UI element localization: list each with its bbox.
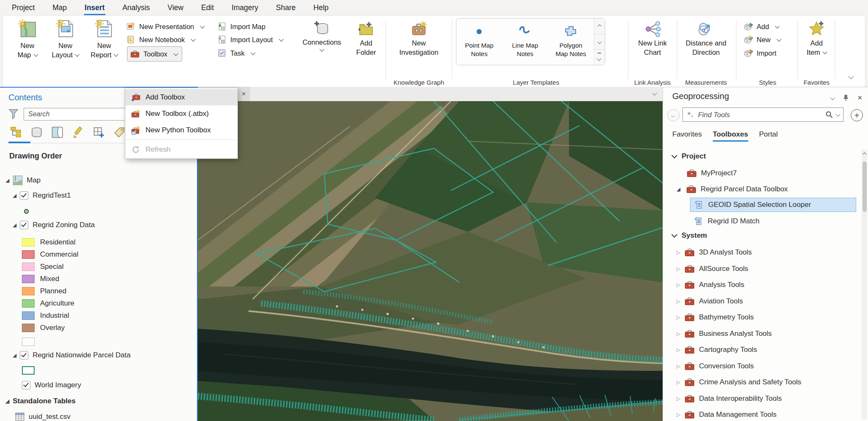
tree-item-system-toolbox[interactable]: ▷ Bathymetry Tools: [677, 309, 801, 326]
connections-button[interactable]: Connections: [301, 16, 343, 87]
menu-item-refresh[interactable]: Refresh: [125, 141, 237, 158]
menu-analysis[interactable]: Analysis: [121, 2, 151, 14]
scrollbar-thumb[interactable]: [863, 161, 867, 212]
legend-swatch[interactable]: [22, 311, 35, 320]
collapsed-triangle-icon[interactable]: ▷: [677, 249, 680, 255]
tree-item-system-toolbox[interactable]: ▷ Data Interoperability Tools: [677, 391, 801, 407]
tab-list-by-editing[interactable]: [71, 126, 85, 139]
point-map-notes-button[interactable]: Point MapNotes: [456, 19, 502, 65]
legend-swatch[interactable]: [22, 299, 35, 308]
add-folder-button[interactable]: Add Folder: [350, 16, 383, 87]
import-map-button[interactable]: Import Map: [217, 20, 265, 33]
standalone-table-item[interactable]: uuid_test.csv: [15, 412, 70, 421]
new-report-button[interactable]: New Report: [86, 19, 122, 59]
layer-checkbox[interactable]: [20, 191, 28, 200]
new-notebook-button[interactable]: L New Notebook: [126, 33, 195, 46]
filter-icon[interactable]: [8, 109, 19, 120]
add-tool-button[interactable]: +: [851, 109, 863, 121]
import-layout-button[interactable]: Import Layout: [217, 33, 283, 46]
tree-section-system[interactable]: System: [672, 228, 707, 243]
legend-swatch[interactable]: [22, 338, 35, 346]
styles-new-button[interactable]: New: [744, 33, 781, 46]
search-icon[interactable]: [825, 111, 833, 118]
tree-item-system-toolbox[interactable]: ▷ Business Analyst Tools: [677, 326, 801, 342]
menu-insert[interactable]: Insert: [84, 2, 106, 14]
legend-swatch[interactable]: [22, 275, 35, 283]
scrollbar[interactable]: [862, 150, 867, 419]
expand-triangle-icon[interactable]: ◢: [677, 186, 680, 192]
menu-imagery[interactable]: Imagery: [231, 2, 259, 14]
tree-item-system-toolbox[interactable]: ▷ Data Management Tools: [677, 407, 801, 421]
tree-item-system-toolbox[interactable]: ▷ 3D Analyst Tools: [677, 244, 801, 261]
expand-triangle-icon[interactable]: ◢: [13, 222, 16, 228]
layer-map[interactable]: ◢ Map: [5, 175, 40, 185]
menu-help[interactable]: Help: [313, 2, 329, 14]
close-icon[interactable]: ×: [857, 93, 862, 102]
tab-new-layer[interactable]: [92, 126, 105, 139]
parcel-outline-swatch[interactable]: [22, 366, 35, 375]
gallery-expand-button[interactable]: [594, 50, 605, 65]
gallery-scroll-down-button[interactable]: [594, 34, 605, 50]
distance-and-direction-button[interactable]: Distance and Direction: [679, 21, 733, 57]
layer-regrid-nationwide-parcel-data[interactable]: ◢ Regrid Nationwide Parcel Data: [13, 351, 131, 359]
collapsed-triangle-icon[interactable]: ▷: [677, 331, 680, 337]
styles-import-button[interactable]: Import: [744, 46, 776, 60]
menu-item-new-toolbox-atbx[interactable]: New Toolbox (.atbx): [125, 105, 237, 122]
menu-project[interactable]: Project: [11, 2, 35, 14]
menu-share[interactable]: Share: [275, 2, 297, 14]
layer-regrid-zoning-data[interactable]: ◢ Regrid Zoning Data: [13, 221, 95, 229]
tab-list-by-selection[interactable]: [51, 126, 64, 139]
collapsed-triangle-icon[interactable]: ▷: [677, 347, 680, 353]
find-tools-input[interactable]: [697, 110, 822, 119]
ribbon-collapse-chevron-icon[interactable]: [848, 73, 854, 79]
collapsed-triangle-icon[interactable]: ▷: [677, 282, 680, 288]
tree-section-project[interactable]: Project: [672, 149, 706, 164]
tab-labeling[interactable]: [113, 126, 126, 139]
collapsed-triangle-icon[interactable]: ▷: [677, 266, 680, 272]
point-symbol-swatch[interactable]: [24, 209, 29, 214]
tree-item-system-toolbox[interactable]: ▷ AllSource Tools: [677, 261, 801, 277]
collapsed-triangle-icon[interactable]: ▷: [677, 314, 680, 320]
layer-checkbox[interactable]: [20, 351, 28, 359]
new-presentation-button[interactable]: New Presentation: [126, 20, 204, 33]
legend-swatch[interactable]: [22, 324, 35, 332]
close-icon[interactable]: ×: [242, 90, 246, 98]
collapsed-triangle-icon[interactable]: ▷: [677, 363, 680, 369]
collapsed-triangle-icon[interactable]: ▷: [677, 298, 680, 304]
menu-item-add-toolbox[interactable]: Add Toolbox: [125, 89, 237, 105]
tree-item-system-toolbox[interactable]: ▷ Conversion Tools: [677, 358, 801, 375]
tree-item-system-toolbox[interactable]: ▷ Cartography Tools: [677, 342, 801, 358]
tree-item-geoid-spatial-selection-looper[interactable]: GEOID Spatial Selection Looper: [690, 198, 856, 212]
expand-triangle-icon[interactable]: ◢: [5, 177, 9, 183]
tab-list-chevron-icon[interactable]: [652, 91, 657, 95]
tab-toolboxes[interactable]: Toolboxes: [713, 130, 748, 141]
new-map-button[interactable]: New Map: [10, 19, 45, 59]
gallery-scroll-up-button[interactable]: [594, 19, 605, 34]
tab-favorites[interactable]: Favorites: [672, 130, 702, 141]
legend-swatch[interactable]: [22, 250, 35, 259]
legend-swatch[interactable]: [22, 263, 35, 271]
menu-view[interactable]: View: [167, 2, 184, 14]
legend-swatch[interactable]: [22, 287, 35, 295]
collapsed-triangle-icon[interactable]: ▷: [677, 396, 680, 402]
tab-portal[interactable]: Portal: [759, 130, 778, 141]
line-map-notes-button[interactable]: Line MapNotes: [502, 19, 548, 65]
toolbox-button[interactable]: Toolbox: [127, 46, 182, 62]
tree-item-system-toolbox[interactable]: ▷ Analysis Tools: [677, 277, 801, 293]
new-link-chart-button[interactable]: New Link Chart: [631, 21, 674, 57]
menu-edit[interactable]: Edit: [200, 2, 215, 14]
expand-triangle-icon[interactable]: ◢: [13, 193, 16, 198]
legend-swatch[interactable]: [22, 238, 35, 247]
back-arrow-button[interactable]: ←: [667, 109, 679, 121]
tree-item-system-toolbox[interactable]: ▷ Crime Analysis and Safety Tools: [677, 374, 801, 391]
layer-world-imagery[interactable]: World Imagery: [22, 381, 81, 389]
search-history-chevron-icon[interactable]: [836, 112, 840, 116]
collapsed-triangle-icon[interactable]: ▷: [677, 379, 680, 385]
collapsed-triangle-icon[interactable]: ▷: [677, 412, 680, 418]
tree-item-myproject7[interactable]: MyProject7: [687, 166, 737, 180]
new-investigation-button[interactable]: New Investigation: [388, 21, 450, 57]
tree-item-regrid-parcel-data-toolbox[interactable]: ◢ Regrid Parcel Data Toolbox: [677, 182, 788, 196]
map-view-canvas[interactable]: [198, 101, 663, 421]
layer-regrid-test1[interactable]: ◢ RegridTest1: [13, 191, 71, 200]
expand-triangle-icon[interactable]: ◢: [13, 352, 16, 358]
